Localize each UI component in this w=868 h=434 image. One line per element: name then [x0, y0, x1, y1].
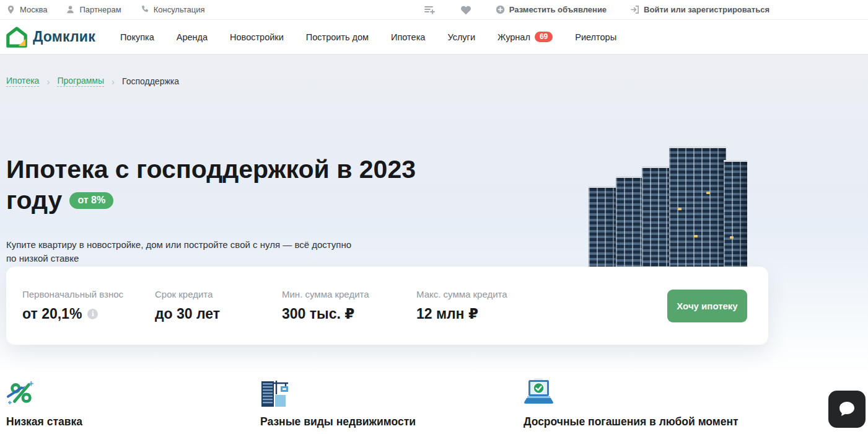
nav-item-realtors[interactable]: Риелторы	[575, 32, 616, 42]
city-selector[interactable]: Москва	[6, 5, 47, 14]
nav-item-buy[interactable]: Покупка	[120, 32, 154, 42]
phone-icon	[140, 5, 149, 14]
page-subtitle: Купите квартиру в новостройке, дом или п…	[6, 238, 353, 265]
favorites-heart-icon[interactable]	[460, 4, 472, 16]
nav-item-buildhouse[interactable]: Построить дом	[306, 32, 369, 42]
hero-section: Ипотека › Программы › Господдержка Ипоте…	[0, 55, 868, 374]
chat-launcher-button[interactable]	[828, 391, 866, 428]
logo-wordmark: Домклик	[33, 29, 95, 45]
percent-icon	[6, 378, 36, 407]
breadcrumb: Ипотека › Программы › Господдержка	[6, 76, 179, 87]
laptop-check-icon	[524, 378, 555, 405]
login-icon	[630, 5, 639, 14]
nav-item-rent[interactable]: Аренда	[177, 32, 208, 42]
main-navigation: Домклик Покупка Аренда Новостройки Постр…	[0, 20, 868, 55]
want-mortgage-button[interactable]: Хочу ипотеку	[667, 290, 747, 322]
domclick-logo[interactable]: Домклик	[6, 27, 95, 48]
location-pin-icon	[6, 5, 15, 14]
stat-term: Срок кредита до 30 лет	[155, 289, 282, 322]
chevron-right-icon: ›	[46, 76, 50, 87]
feature-title: Низкая ставка	[6, 415, 82, 428]
buildings-illustration	[576, 141, 750, 275]
nav-item-journal[interactable]: Журнал 69	[498, 32, 553, 42]
chat-bubble-icon	[838, 400, 856, 418]
feature-title: Разные виды недвижимости	[260, 415, 416, 428]
consultation-link[interactable]: Консультация	[140, 5, 205, 14]
nav-item-mortgage[interactable]: Ипотека	[391, 32, 425, 42]
info-icon[interactable]: i	[87, 309, 98, 319]
login-button[interactable]: Войти или зарегистрироваться	[630, 5, 769, 14]
building-tower	[589, 186, 620, 275]
partners-label: Партнерам	[79, 5, 121, 14]
saved-searches-icon[interactable]	[424, 4, 436, 16]
post-listing-button[interactable]: Разместить объявление	[496, 5, 607, 14]
building-tower	[669, 146, 726, 275]
city-label: Москва	[20, 5, 47, 14]
feature-early-repayment: Досрочные погашения в любой момент	[524, 378, 739, 428]
chevron-right-icon: ›	[112, 76, 115, 87]
login-label: Войти или зарегистрироваться	[644, 5, 769, 14]
breadcrumb-mortgage[interactable]: Ипотека	[6, 76, 39, 87]
journal-count-badge: 69	[535, 32, 553, 42]
nav-item-newbuildings[interactable]: Новостройки	[230, 32, 284, 42]
nav-item-services[interactable]: Услуги	[447, 32, 475, 42]
post-listing-label: Разместить объявление	[509, 5, 607, 14]
stat-min-amount: Мин. сумма кредита 300 тыс. ₽	[282, 289, 416, 322]
feature-title: Досрочные погашения в любой момент	[524, 415, 739, 428]
feature-low-rate: Низкая ставка	[6, 378, 82, 428]
breadcrumb-programs[interactable]: Программы	[57, 76, 104, 87]
stat-max-amount: Макс. сумма кредита 12 млн ₽	[416, 289, 553, 322]
page-title: Ипотека с господдержкой в 2023 годуот 8%	[6, 154, 416, 216]
domclick-house-icon	[6, 27, 27, 48]
rate-badge: от 8%	[69, 192, 113, 209]
plus-circle-icon	[496, 5, 505, 14]
utility-bar: Москва Партнерам Консультация Разместить…	[0, 0, 868, 20]
feature-property-types: Разные виды недвижимости	[260, 378, 416, 428]
mortgage-terms-card: Первоначальный взнос от 20,1% i Срок кре…	[6, 267, 768, 345]
person-icon	[66, 5, 75, 14]
stat-downpayment: Первоначальный взнос от 20,1% i	[22, 289, 155, 322]
building-crane-icon	[260, 378, 290, 408]
partners-link[interactable]: Партнерам	[66, 5, 121, 14]
consultation-label: Консультация	[154, 5, 205, 14]
features-section: Низкая ставка Разные виды недвижимости	[0, 374, 868, 434]
breadcrumb-current: Господдержка	[122, 76, 179, 86]
building-tower	[724, 160, 747, 275]
